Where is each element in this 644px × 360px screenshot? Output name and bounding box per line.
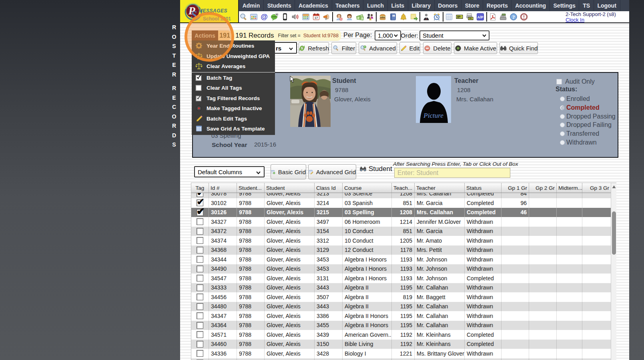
table-row[interactable]: 343689788Glover, Alexis312912 Conduct117…: [191, 245, 611, 255]
scrollbar-thumb[interactable]: [612, 211, 616, 255]
order-select[interactable]: Student: [419, 30, 490, 40]
table-row[interactable]: 344809788Glover, Alexis3443Algebra II119…: [191, 302, 611, 312]
print-check-icon[interactable]: [466, 13, 474, 21]
nav-item-reports[interactable]: Reports: [483, 0, 512, 11]
row-checkbox[interactable]: [197, 284, 203, 291]
column-header-student[interactable]: Student: [265, 183, 315, 193]
menu-item-update-unweighted-gpa[interactable]: Update Unweighted GPA: [192, 51, 275, 62]
table-row[interactable]: 344609788Glover, Alexis3150Bible Living1…: [191, 340, 611, 349]
table-row[interactable]: 345479788Glover, Alexis3131Algebra I Hon…: [191, 274, 611, 283]
row-checkbox[interactable]: [197, 322, 203, 329]
staff-woman-icon[interactable]: [345, 13, 353, 21]
row-checkbox[interactable]: [197, 247, 203, 253]
businessman-icon[interactable]: [422, 13, 430, 21]
table-row[interactable]: 345719788Glover, Alexis3439American Gove…: [191, 330, 611, 340]
phone-icon[interactable]: [281, 13, 289, 21]
menu-item-year-end-routines[interactable]: Year End Routines: [192, 41, 275, 51]
column-header-teacher[interactable]: Teacher: [415, 183, 465, 193]
column-header-gp-3-gr[interactable]: Gp 3 Gr: [582, 183, 611, 193]
table-row[interactable]: 343369788Glover, Alexis3428Biology I1221…: [191, 349, 611, 358]
at-icon[interactable]: @: [260, 13, 268, 21]
burger-icon[interactable]: [379, 13, 387, 21]
note-forward-icon[interactable]: [410, 13, 418, 21]
table-row[interactable]: 343749788Glover, Alexis331210 Conduct120…: [191, 236, 611, 245]
nav-item-settings[interactable]: Settings: [550, 0, 580, 11]
filter-button[interactable]: Filter: [331, 42, 356, 54]
clock-in-link[interactable]: Clock In: [566, 17, 616, 23]
table-row[interactable]: 343339788Glover, Alexis3443Algebra II119…: [191, 283, 611, 293]
ap-icon[interactable]: A/P: [476, 13, 484, 21]
per-page-select[interactable]: 1,000: [375, 30, 401, 40]
money-icon[interactable]: [356, 13, 364, 21]
table-row[interactable]: 301029788Glover, Alexis321403 Spanish851…: [191, 198, 611, 208]
refresh-button[interactable]: Refresh: [299, 42, 329, 54]
menu-item-save-grid-as-template[interactable]: Save Grid As Template: [192, 124, 275, 134]
menu-item-tag-filtered-records[interactable]: Tag Filtered Records: [192, 93, 275, 104]
column-header-course[interactable]: Course: [343, 183, 392, 193]
advanced-grid-button[interactable]: Advanced Grid: [308, 164, 356, 179]
pdf-icon[interactable]: [489, 13, 497, 21]
delete-button[interactable]: Delete: [423, 42, 451, 54]
row-checkbox[interactable]: [197, 237, 203, 244]
cash-register-icon[interactable]: [499, 13, 507, 21]
menu-item-batch-tag[interactable]: Batch Tag: [192, 73, 275, 83]
menu-item-make-tagged-inactive[interactable]: Make Tagged Inactive: [192, 103, 275, 114]
table-row[interactable]: 343729788Glover, Alexis315410 Conduct851…: [191, 227, 611, 236]
stop-icon[interactable]: [520, 13, 528, 21]
calendar-day-icon[interactable]: 17: [312, 13, 320, 21]
status-radio-enrolled[interactable]: [560, 97, 565, 101]
actions-button[interactable]: Actions: [192, 30, 218, 40]
row-checkbox[interactable]: [197, 265, 203, 272]
row-checkbox-checked[interactable]: [197, 199, 203, 206]
column-header-id-[interactable]: Id #: [209, 183, 237, 193]
column-header-tag[interactable]: Tag: [191, 183, 209, 193]
column-header-gp-2-gr[interactable]: Gp 2 Gr: [529, 183, 557, 193]
nav-item-students[interactable]: Students: [264, 0, 295, 11]
speaker-icon[interactable]: [291, 13, 299, 21]
columns-select[interactable]: Default Columns: [194, 166, 265, 177]
row-checkbox[interactable]: [197, 341, 203, 348]
status-radio-withdrawn[interactable]: [560, 140, 565, 145]
help-icon[interactable]: ?: [510, 13, 518, 21]
row-checkbox[interactable]: [197, 331, 203, 338]
nav-item-library[interactable]: Library: [408, 0, 435, 11]
column-header-teach-[interactable]: Teach...: [392, 183, 415, 193]
nav-item-donors[interactable]: Donors: [435, 0, 461, 11]
quick-find-button[interactable]: Quick Find: [500, 42, 538, 54]
row-checkbox-checked[interactable]: [197, 193, 203, 197]
nav-item-ts[interactable]: TS: [579, 0, 594, 11]
chat-icon[interactable]: [271, 13, 279, 21]
megaphone-icon[interactable]: [323, 13, 331, 21]
row-checkbox[interactable]: [197, 218, 203, 225]
nav-item-lunch[interactable]: Lunch: [363, 0, 387, 11]
row-checkbox[interactable]: [197, 303, 203, 310]
nav-item-teachers[interactable]: Teachers: [332, 0, 364, 11]
row-checkbox-checked[interactable]: [197, 209, 203, 216]
status-radio-transferred[interactable]: [560, 131, 565, 136]
row-checkbox[interactable]: [197, 350, 203, 357]
nav-item-academics[interactable]: Academics: [295, 0, 332, 11]
table-row[interactable]: 301269788Glover, Alexis321503 Spelling12…: [191, 208, 611, 217]
row-checkbox[interactable]: [197, 256, 203, 263]
table-row[interactable]: 343159788Glover, Alexis3110Business Math…: [191, 358, 611, 360]
dashboard-icon[interactable]: [250, 13, 258, 21]
row-checkbox[interactable]: [197, 312, 203, 319]
nav-item-accounting[interactable]: Accounting: [512, 0, 550, 11]
menu-item-clear-averages[interactable]: Clear Averages: [192, 61, 275, 72]
edit-button[interactable]: Edit: [399, 42, 420, 54]
table-row[interactable]: 344569788Glover, Alexis3507Algebra II819…: [191, 292, 611, 302]
nav-item-store[interactable]: Store: [461, 0, 483, 11]
column-header-class-id[interactable]: Class Id: [315, 183, 343, 193]
search-icon[interactable]: [239, 13, 247, 21]
column-header-midterm-[interactable]: Midterm...: [557, 183, 582, 193]
student-search-input[interactable]: Enter: Student: [394, 168, 510, 178]
check-card-icon[interactable]: [455, 13, 463, 21]
menu-item-clear-all-tags[interactable]: Clear All Tags: [192, 83, 275, 93]
scrollbar-up-arrow[interactable]: [612, 184, 616, 189]
column-header-gp-1-gr[interactable]: Gp 1 Gr: [502, 183, 529, 193]
make-active-button[interactable]: Make Active: [454, 42, 497, 54]
table-row[interactable]: 343479788Glover, Alexis3386Algebra II Ho…: [191, 311, 611, 321]
calendar-grid-icon[interactable]: [302, 13, 310, 21]
family-icon[interactable]: [366, 13, 374, 21]
row-checkbox[interactable]: [197, 294, 203, 300]
